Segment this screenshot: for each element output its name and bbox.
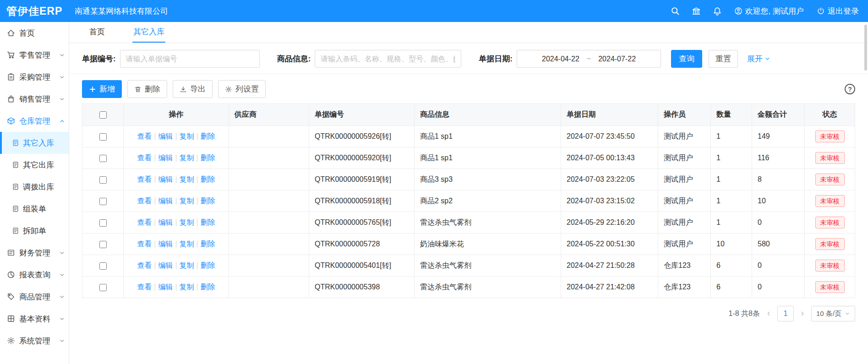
sidebar-item-sales[interactable]: 销售管理 [0,88,69,110]
row-action-delete[interactable]: 删除 [201,197,215,205]
row-action-view[interactable]: 查看 [137,218,152,226]
sidebar-subitem-other-outbound[interactable]: 其它出库 [0,154,69,176]
row-action-delete[interactable]: 删除 [201,132,215,140]
row-action-edit[interactable]: 编辑 [158,283,173,291]
add-button[interactable]: 新增 [82,80,122,98]
row-action-copy[interactable]: 复制 [180,197,194,205]
reset-button[interactable]: 重置 [709,50,738,68]
row-action-delete[interactable]: 删除 [201,240,215,248]
page-size-select[interactable]: 10 条/页 [811,306,855,321]
sidebar-item-finance[interactable]: 财务管理 [0,242,69,264]
row-action-edit[interactable]: 编辑 [158,197,173,205]
row-action-copy[interactable]: 复制 [180,154,194,162]
logout-button[interactable]: 退出登录 [817,6,859,16]
action-separator: | [197,197,198,205]
cell-order-no: QTRK00000005765[转] [309,212,415,234]
row-action-edit[interactable]: 编辑 [158,240,173,248]
row-action-delete[interactable]: 删除 [201,175,215,183]
table-row: 查看|编辑|复制|删除QTRK00000005926[转]商品1 sp12024… [82,126,855,147]
sidebar-subitem-transfer-outbound[interactable]: 调拨出库 [0,176,69,198]
date-end-value[interactable]: 2024-07-22 [598,55,636,63]
chevron-left-icon[interactable] [765,310,772,317]
row-action-view[interactable]: 查看 [137,240,152,248]
row-action-edit[interactable]: 编辑 [158,218,173,226]
row-checkbox[interactable] [99,155,107,162]
row-checkbox[interactable] [99,241,107,248]
sidebar-item-product[interactable]: 商品管理 [0,286,69,308]
row-action-copy[interactable]: 复制 [180,261,194,269]
window-scrollbar[interactable] [864,25,867,71]
sidebar-subitem-assembly-order[interactable]: 组装单 [0,198,69,220]
row-action-edit[interactable]: 编辑 [158,175,173,183]
order-no-input[interactable] [120,50,260,68]
select-all-checkbox[interactable] [99,111,107,119]
search-icon[interactable] [671,6,680,16]
cell-qty: 10 [711,234,752,255]
row-checkbox[interactable] [99,284,107,291]
delete-button[interactable]: 删除 [127,80,167,98]
bank-icon[interactable] [692,6,701,16]
sidebar: 首页零售管理采购管理销售管理仓库管理其它入库其它出库调拨出库组装单拆卸单财务管理… [0,22,69,364]
chevron-right-icon[interactable] [799,310,806,317]
sidebar-item-warehouse[interactable]: 仓库管理 [0,110,69,132]
cell-product: 商品1 sp1 [415,126,561,147]
action-separator: | [154,132,156,140]
row-action-delete[interactable]: 删除 [201,261,215,269]
sidebar-subitem-other-inbound[interactable]: 其它入库 [0,132,69,154]
column-settings-button[interactable]: 列设置 [218,80,266,98]
cell-amount: 10 [752,190,805,212]
row-action-edit[interactable]: 编辑 [158,154,173,162]
date-separator: ~ [587,55,591,63]
row-action-delete[interactable]: 删除 [201,218,215,226]
row-action-copy[interactable]: 复制 [180,218,194,226]
tab-home[interactable]: 首页 [88,22,106,43]
help-icon[interactable]: ? [845,84,855,94]
row-action-view[interactable]: 查看 [137,283,152,291]
export-button[interactable]: 导出 [173,80,213,98]
sidebar-item-home[interactable]: 首页 [0,22,69,44]
row-action-view[interactable]: 查看 [137,261,152,269]
purchase-icon [7,73,15,81]
search-button[interactable]: 查询 [671,50,702,68]
product-info-input[interactable] [315,50,461,68]
action-separator: | [175,218,177,226]
row-action-edit[interactable]: 编辑 [158,261,173,269]
sidebar-item-report[interactable]: 报表查询 [0,264,69,286]
expand-link[interactable]: 展开 [747,54,770,64]
row-checkbox[interactable] [99,176,107,184]
row-action-copy[interactable]: 复制 [180,175,194,183]
sidebar-subitem-label: 拆卸单 [23,226,46,236]
row-checkbox[interactable] [99,219,107,227]
row-action-delete[interactable]: 删除 [201,154,215,162]
row-action-edit[interactable]: 编辑 [158,132,173,140]
row-checkbox[interactable] [99,133,107,141]
row-action-copy[interactable]: 复制 [180,132,194,140]
row-action-view[interactable]: 查看 [137,154,152,162]
sidebar-item-basedata[interactable]: 基本资料 [0,308,69,330]
bell-icon[interactable] [713,6,722,16]
row-action-view[interactable]: 查看 [137,132,152,140]
welcome-user[interactable]: 欢迎您, 测试用户 [734,6,804,16]
home-icon [7,29,15,37]
tab-other-inbound[interactable]: 其它入库 [132,22,165,43]
row-action-copy[interactable]: 复制 [180,240,194,248]
row-action-delete[interactable]: 删除 [201,283,215,291]
sidebar-item-purchase[interactable]: 采购管理 [0,66,69,88]
date-range-picker[interactable]: 2024-04-22 ~ 2024-07-22 [517,50,661,68]
sidebar-subitem-disassembly-order[interactable]: 拆卸单 [0,220,69,242]
order-no-label: 单据编号: [82,54,116,64]
row-action-copy[interactable]: 复制 [180,283,194,291]
cell-product: 商品3 sp3 [415,169,561,190]
pagination-total: 1-8 共8条 [729,309,760,319]
row-checkbox[interactable] [99,198,107,205]
sidebar-item-system[interactable]: 系统管理 [0,330,69,352]
row-action-view[interactable]: 查看 [137,197,152,205]
cell-operator: 测试用户 [658,190,711,212]
filter-date: 单据日期: 2024-04-22 ~ 2024-07-22 [479,50,661,68]
row-checkbox[interactable] [99,262,107,270]
row-action-view[interactable]: 查看 [137,175,152,183]
date-start-value[interactable]: 2024-04-22 [542,55,579,63]
page-number-button[interactable]: 1 [777,306,794,321]
chevron-down-icon [59,74,65,80]
sidebar-item-retail[interactable]: 零售管理 [0,44,69,66]
